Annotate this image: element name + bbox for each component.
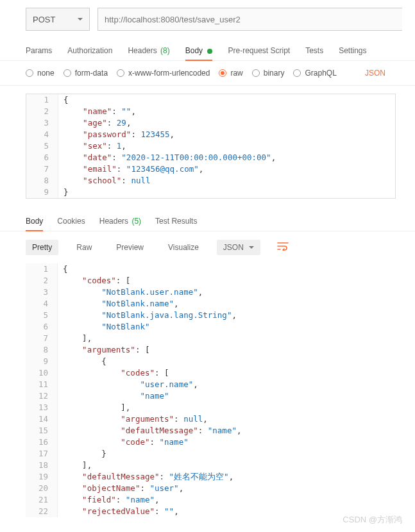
code-content: "defaultMessage": "姓名不能为空", [58,471,233,483]
response-format-select[interactable]: JSON [217,240,260,255]
resp-tab-headers-label: Headers [99,217,128,226]
line-number: 7 [26,333,58,344]
code-content: "codes": [ [58,367,169,379]
modified-dot-icon [207,49,212,54]
code-line: 2 "name": "", [26,106,395,117]
code-content: "objectName": "user", [58,483,183,494]
code-content: "email": "123456@qq.com", [58,163,203,175]
chevron-down-icon [78,18,83,21]
response-view-bar: Pretty Raw Preview Visualize JSON [0,231,415,263]
code-line: 20 "objectName": "user", [26,483,396,494]
code-content: } [58,448,106,460]
tab-settings[interactable]: Settings [339,41,366,60]
line-number: 8 [26,344,58,356]
code-line: 4 "password": 123455, [26,129,395,140]
code-content: "defaultMessage": "name", [58,425,241,436]
tab-params[interactable]: Params [26,41,52,60]
body-type-form-data[interactable]: form-data [64,69,108,78]
response-body-viewer[interactable]: 1{2 "codes": [3 "NotBlank.user.name",4 "… [0,263,415,525]
resp-tab-test-results[interactable]: Test Results [155,212,197,231]
line-number: 11 [26,379,58,390]
code-content: "codes": [ [58,275,130,287]
code-line: 5 "NotBlank.java.lang.String", [26,310,396,321]
line-number: 10 [26,367,58,379]
radio-icon [117,69,124,77]
code-line: 6 "NotBlank" [26,321,396,333]
radio-icon [219,69,226,77]
line-number: 3 [26,287,58,298]
resp-tab-body[interactable]: Body [26,212,43,231]
line-number: 8 [26,175,58,187]
code-content: "arguments": [ [58,344,149,356]
code-content: ], [58,402,130,413]
line-number: 6 [26,152,58,163]
code-line: 7 ], [26,333,396,344]
tab-body-label: Body [185,46,203,55]
code-content: "age": 29, [58,117,131,129]
tab-tests[interactable]: Tests [305,41,323,60]
line-number: 5 [26,140,58,152]
tab-body[interactable]: Body [185,41,213,60]
code-line: 4 "NotBlank.name", [26,298,396,310]
code-line: 22 "rejectedValue": "", [26,506,396,517]
view-pretty[interactable]: Pretty [26,240,58,255]
code-content: "field": "name", [58,494,160,506]
code-line: 8 "school": null [26,175,395,187]
line-number: 20 [26,483,58,494]
response-tabs: Body Cookies Headers (5) Test Results [0,206,415,231]
line-number: 13 [26,402,58,413]
body-type-graphql[interactable]: GraphQL [293,69,336,78]
view-raw[interactable]: Raw [70,240,98,255]
line-number: 7 [26,163,58,175]
code-line: 1{ [26,263,396,275]
code-line: 7 "email": "123456@qq.com", [26,163,395,175]
line-number: 3 [26,117,58,129]
resp-tab-cookies[interactable]: Cookies [57,212,85,231]
body-format-json[interactable]: JSON [365,69,389,78]
line-wrap-icon[interactable] [272,239,294,256]
view-visualize[interactable]: Visualize [162,240,205,255]
code-line: 13 ], [26,402,396,413]
code-content: "NotBlank.user.name", [58,287,203,298]
code-content: "NotBlank.name", [58,298,179,310]
line-number: 2 [26,106,58,117]
line-number: 9 [26,187,58,198]
body-type-binary[interactable]: binary [252,69,285,78]
line-number: 21 [26,494,58,506]
radio-icon [252,69,260,77]
code-content: ], [58,460,92,471]
code-line: 6 "date": "2020-12-11T00:00:00.000+00:00… [26,152,395,163]
tab-headers[interactable]: Headers (8) [128,41,169,60]
resp-tab-headers[interactable]: Headers (5) [99,212,141,231]
line-number: 2 [26,275,58,287]
code-content: "arguments": null, [58,413,208,425]
tab-authorization[interactable]: Authorization [67,41,112,60]
view-preview[interactable]: Preview [110,240,150,255]
body-type-xform[interactable]: x-www-form-urlencoded [117,69,210,78]
line-number: 4 [26,129,58,140]
code-content: "date": "2020-12-11T00:00:00.000+00:00", [58,152,276,163]
code-line: 12 "name" [26,390,396,402]
body-type-none[interactable]: none [26,69,55,78]
body-type-raw[interactable]: raw [219,69,242,78]
url-value: http://localhost:8080/test/save_user2 [105,15,241,24]
line-number: 9 [26,356,58,367]
url-input[interactable]: http://localhost:8080/test/save_user2 [97,8,402,31]
code-line: 10 "codes": [ [26,367,396,379]
code-content: } [58,187,69,198]
code-content: { [58,94,69,106]
code-line: 1{ [26,94,395,106]
code-line: 3 "age": 29, [26,117,395,129]
http-method-select[interactable]: POST [26,8,90,31]
http-method-label: POST [33,15,55,24]
tab-prerequest[interactable]: Pre-request Script [228,41,290,60]
line-number: 1 [26,94,58,106]
code-content: "sex": 1, [58,140,126,152]
code-content: "code": "name" [58,436,189,448]
code-line: 15 "defaultMessage": "name", [26,425,396,436]
line-number: 19 [26,471,58,483]
code-line: 2 "codes": [ [26,275,396,287]
request-body-editor[interactable]: 1{2 "name": "",3 "age": 29,4 "password":… [26,94,396,199]
code-content: "user.name", [58,379,198,390]
line-number: 22 [26,506,58,517]
